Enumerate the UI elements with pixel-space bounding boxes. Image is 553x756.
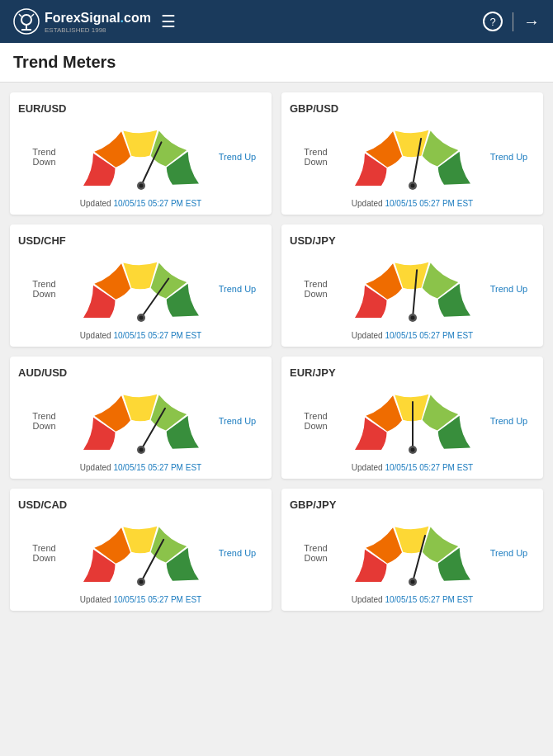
meters-grid: EUR/USD Trend Down Trend Up Updated 10/0… xyxy=(0,83,553,621)
updated-text-eur-usd: Updated 10/05/15 05:27 PM EST xyxy=(18,199,263,208)
updated-link-eur-jpy[interactable]: 10/05/15 05:27 PM EST xyxy=(385,463,473,472)
trend-down-label-aud-usd: Trend Down xyxy=(21,411,67,431)
header-right: ? → xyxy=(483,12,540,31)
header-left: ForexSignal.com ESTABLISHED 1998 ☰ xyxy=(13,8,176,35)
meter-pair-usd-chf: USD/CHF xyxy=(18,234,263,247)
meter-content-usd-jpy: Trend Down Trend Up xyxy=(290,252,535,326)
updated-text-usd-chf: Updated 10/05/15 05:27 PM EST xyxy=(18,331,263,340)
gauge-usd-chf xyxy=(67,252,215,326)
updated-link-eur-usd[interactable]: 10/05/15 05:27 PM EST xyxy=(113,199,201,208)
meter-card-aud-usd: AUD/USD Trend Down Trend Up Updated 10/0… xyxy=(10,357,272,479)
gauge-usd-jpy xyxy=(338,252,486,326)
meter-pair-usd-cad: USD/CAD xyxy=(18,498,263,511)
trend-up-label-usd-jpy: Trend Up xyxy=(486,284,532,294)
logo: ForexSignal.com ESTABLISHED 1998 xyxy=(13,8,151,35)
meter-pair-aud-usd: AUD/USD xyxy=(18,366,263,379)
svg-point-23 xyxy=(410,448,414,452)
updated-text-usd-cad: Updated 10/05/15 05:27 PM EST xyxy=(18,595,263,604)
meter-content-eur-jpy: Trend Down Trend Up xyxy=(290,384,535,458)
updated-text-gbp-usd: Updated 10/05/15 05:27 PM EST xyxy=(290,199,535,208)
meter-content-aud-usd: Trend Down Trend Up xyxy=(18,384,263,458)
meter-pair-usd-jpy: USD/JPY xyxy=(290,234,535,247)
gauge-aud-usd xyxy=(67,384,215,458)
svg-point-17 xyxy=(410,316,414,320)
updated-link-gbp-usd[interactable]: 10/05/15 05:27 PM EST xyxy=(385,199,473,208)
updated-text-usd-jpy: Updated 10/05/15 05:27 PM EST xyxy=(290,331,535,340)
meter-pair-eur-usd: EUR/USD xyxy=(18,102,263,115)
updated-link-usd-jpy[interactable]: 10/05/15 05:27 PM EST xyxy=(385,331,473,340)
meter-content-usd-chf: Trend Down Trend Up xyxy=(18,252,263,326)
svg-point-29 xyxy=(410,580,414,584)
trend-down-label-usd-chf: Trend Down xyxy=(21,279,67,299)
svg-point-26 xyxy=(139,580,143,584)
trend-up-label-aud-usd: Trend Up xyxy=(215,416,260,426)
meter-content-usd-cad: Trend Down Trend Up xyxy=(18,516,263,590)
trend-down-label-gbp-jpy: Trend Down xyxy=(293,543,338,563)
meter-card-usd-cad: USD/CAD Trend Down Trend Up Updated 10/0… xyxy=(10,489,272,611)
updated-link-usd-cad[interactable]: 10/05/15 05:27 PM EST xyxy=(113,595,201,604)
header: ForexSignal.com ESTABLISHED 1998 ☰ ? → xyxy=(0,0,553,43)
meter-pair-eur-jpy: EUR/JPY xyxy=(290,366,535,379)
meter-content-gbp-usd: Trend Down Trend Up xyxy=(290,120,535,194)
trend-up-label-eur-jpy: Trend Up xyxy=(486,416,532,426)
updated-text-gbp-jpy: Updated 10/05/15 05:27 PM EST xyxy=(290,595,535,604)
meter-pair-gbp-usd: GBP/USD xyxy=(290,102,535,115)
meter-card-gbp-jpy: GBP/JPY Trend Down Trend Up Updated 10/0… xyxy=(281,489,543,611)
logo-established: ESTABLISHED 1998 xyxy=(45,26,151,34)
trend-down-label-usd-jpy: Trend Down xyxy=(293,279,338,299)
meter-card-gbp-usd: GBP/USD Trend Down Trend Up Updated 10/0… xyxy=(281,92,543,215)
page-title-bar: Trend Meters xyxy=(0,43,553,83)
gauge-usd-cad xyxy=(67,516,215,590)
meter-content-gbp-jpy: Trend Down Trend Up xyxy=(290,516,535,590)
logout-icon[interactable]: → xyxy=(513,12,540,31)
trend-up-label-usd-chf: Trend Up xyxy=(215,284,260,294)
updated-link-usd-chf[interactable]: 10/05/15 05:27 PM EST xyxy=(113,331,201,340)
trend-down-label-eur-jpy: Trend Down xyxy=(293,411,338,431)
meter-card-eur-usd: EUR/USD Trend Down Trend Up Updated 10/0… xyxy=(10,92,272,215)
hamburger-menu[interactable]: ☰ xyxy=(161,12,176,31)
trend-up-label-gbp-jpy: Trend Up xyxy=(486,548,532,558)
logo-text: ForexSignal.com xyxy=(45,11,151,25)
svg-point-8 xyxy=(139,184,143,188)
trend-down-label-usd-cad: Trend Down xyxy=(21,543,67,563)
trend-up-label-usd-cad: Trend Up xyxy=(215,548,260,558)
meter-pair-gbp-jpy: GBP/JPY xyxy=(290,498,535,511)
svg-point-20 xyxy=(139,448,143,452)
updated-text-aud-usd: Updated 10/05/15 05:27 PM EST xyxy=(18,463,263,472)
gauge-gbp-usd xyxy=(338,120,486,194)
trend-down-label-gbp-usd: Trend Down xyxy=(293,147,338,167)
meter-card-eur-jpy: EUR/JPY Trend Down Trend Up Updated 10/0… xyxy=(281,357,543,479)
updated-link-gbp-jpy[interactable]: 10/05/15 05:27 PM EST xyxy=(385,595,473,604)
gauge-gbp-jpy xyxy=(338,516,486,590)
gauge-eur-jpy xyxy=(338,384,486,458)
svg-point-11 xyxy=(410,184,414,188)
updated-text-eur-jpy: Updated 10/05/15 05:27 PM EST xyxy=(290,463,535,472)
meter-card-usd-jpy: USD/JPY Trend Down Trend Up Updated 10/0… xyxy=(281,224,543,347)
help-icon[interactable]: ? xyxy=(483,12,503,31)
updated-link-aud-usd[interactable]: 10/05/15 05:27 PM EST xyxy=(113,463,201,472)
trend-up-label-eur-usd: Trend Up xyxy=(215,152,260,162)
svg-point-14 xyxy=(139,316,143,320)
meter-content-eur-usd: Trend Down Trend Up xyxy=(18,120,263,194)
trend-down-label-eur-usd: Trend Down xyxy=(21,147,67,167)
gauge-eur-usd xyxy=(67,120,215,194)
trend-up-label-gbp-usd: Trend Up xyxy=(486,152,532,162)
page-title: Trend Meters xyxy=(13,53,540,72)
meter-card-usd-chf: USD/CHF Trend Down Trend Up Updated 10/0… xyxy=(10,224,272,347)
